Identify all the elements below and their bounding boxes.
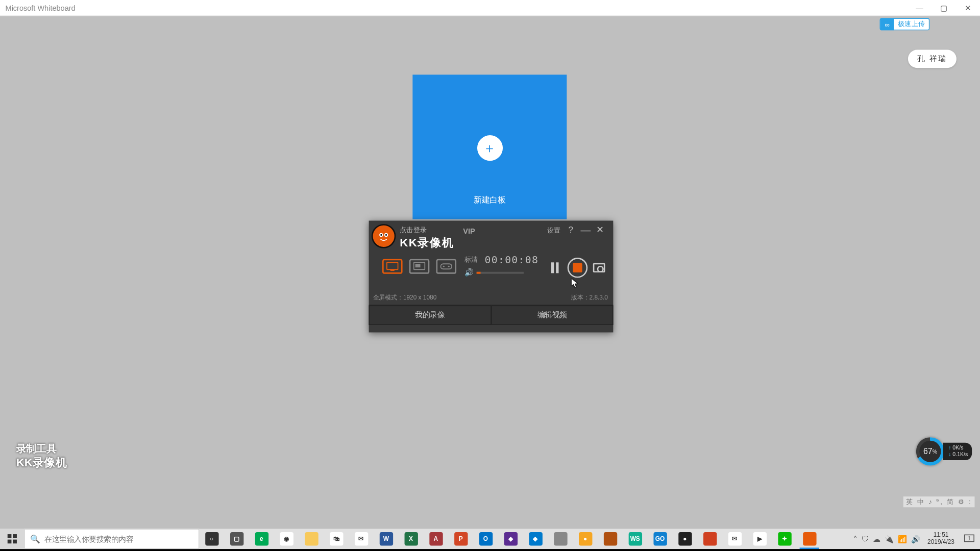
taskbar-app-word[interactable]: W xyxy=(374,529,399,549)
taskbar-app-chrome[interactable]: ◉ xyxy=(274,529,299,549)
tray-clock[interactable]: 11:51 2019/4/23 xyxy=(925,532,957,545)
kk-close-button[interactable]: ✕ xyxy=(594,223,606,236)
whiteboard-title: Microsoft Whiteboard xyxy=(0,4,76,12)
taskbar-app-rec[interactable]: ● xyxy=(672,529,697,549)
kk-vip-badge[interactable]: VIP xyxy=(463,227,475,235)
quality-label[interactable]: 标清 xyxy=(464,255,478,264)
minimize-button[interactable]: — xyxy=(908,0,932,16)
volume-control[interactable]: 🔊 xyxy=(464,268,524,277)
app2-icon xyxy=(603,532,617,545)
mode-region-button[interactable] xyxy=(409,259,430,274)
tab-my-recordings[interactable]: 我的录像 xyxy=(369,306,491,325)
kk-recorder-window: 点击登录 KK录像机 VIP 设置 ? — ✕ 标清 00:00:08 🔊 xyxy=(369,221,614,333)
kk-app-name: KK录像机 xyxy=(400,235,454,250)
mode-game-button[interactable] xyxy=(436,259,457,274)
taskbar-app-explorer[interactable] xyxy=(299,529,324,549)
vscode-icon: ◆ xyxy=(529,532,542,545)
taskbar-app-visualstudio[interactable]: ◆ xyxy=(498,529,523,549)
ime-bar[interactable]: 英 中 ♪ ⁹, 简 ⚙ : xyxy=(903,496,974,507)
excel-icon: X xyxy=(404,532,418,545)
taskbar-app-outlook[interactable]: O xyxy=(473,529,498,549)
kk-help-button[interactable]: ? xyxy=(565,223,577,236)
volume-bar[interactable] xyxy=(477,272,524,274)
user-pill[interactable]: 孔 祥瑞 xyxy=(908,50,957,68)
taskbar-app-app5[interactable]: ▶ xyxy=(747,529,772,549)
tray-shield-icon[interactable]: 🛡 xyxy=(862,535,869,543)
cloud-upload-label: 极速上传 xyxy=(894,19,929,29)
svg-rect-13 xyxy=(8,540,12,544)
taskbar-app-goland[interactable]: GO xyxy=(648,529,673,549)
powerpoint-icon: P xyxy=(454,532,467,545)
cortana-icon: ○ xyxy=(205,532,218,545)
whiteboard-titlebar: Microsoft Whiteboard — ▢ ✕ xyxy=(0,0,980,16)
taskbar-app-app3[interactable] xyxy=(697,529,722,549)
svg-point-9 xyxy=(443,266,445,267)
tray-chevron-icon[interactable]: ˄ xyxy=(853,535,857,543)
taskbar-app-excel[interactable]: X xyxy=(399,529,424,549)
screenshot-button[interactable] xyxy=(593,263,605,272)
taskbar-app-vscode[interactable]: ◆ xyxy=(523,529,548,549)
coin-icon: ● xyxy=(578,532,592,545)
outlook-icon: O xyxy=(479,532,492,545)
stop-record-button[interactable] xyxy=(568,258,588,278)
tray-power-icon[interactable]: 🔌 xyxy=(885,535,894,543)
rec-icon: ● xyxy=(678,532,692,545)
svg-rect-12 xyxy=(13,534,17,538)
tray-volume-icon[interactable]: 🔊 xyxy=(911,535,920,543)
svg-rect-4 xyxy=(387,262,398,269)
taskbar-app-app1[interactable] xyxy=(548,529,573,549)
tray-network-icon[interactable]: 📶 xyxy=(898,535,907,543)
timer-display: 00:00:08 xyxy=(484,254,538,266)
kk-settings-link[interactable]: 设置 xyxy=(547,226,560,235)
close-button[interactable]: ✕ xyxy=(956,0,980,16)
taskbar-app-cortana[interactable]: ○ xyxy=(199,529,224,549)
new-whiteboard-tile[interactable]: ＋ 新建白板 xyxy=(412,74,567,219)
taskbar-app-access[interactable]: A xyxy=(423,529,448,549)
perf-gauge[interactable]: 67% 0K/s 0.1K/s xyxy=(916,437,972,465)
version-value: 2.8.3.0 xyxy=(589,294,607,300)
explorer-icon xyxy=(305,532,318,545)
speaker-icon: 🔊 xyxy=(464,268,474,277)
tray-notifications[interactable]: 1 xyxy=(961,534,977,544)
pause-button[interactable] xyxy=(551,262,562,273)
cloud-upload-button[interactable]: ∞ 极速上传 xyxy=(880,18,930,31)
svg-text:1: 1 xyxy=(968,535,971,541)
taskbar-app-kk[interactable] xyxy=(797,529,822,549)
kk-login-link[interactable]: 点击登录 xyxy=(400,226,427,235)
taskbar-app-coin[interactable]: ● xyxy=(573,529,598,549)
plus-icon: ＋ xyxy=(477,135,502,161)
taskbar-app-taskview[interactable]: ▢ xyxy=(224,529,249,549)
svg-rect-7 xyxy=(415,264,421,267)
taskbar-app-wechat[interactable]: ✦ xyxy=(772,529,797,549)
tab-edit-video[interactable]: 编辑视频 xyxy=(491,306,613,325)
chrome-icon: ◉ xyxy=(280,532,293,545)
taskbar-app-app2[interactable] xyxy=(598,529,623,549)
svg-point-2 xyxy=(380,234,382,236)
kk-minimize-button[interactable]: — xyxy=(579,223,592,236)
tray-cloud-icon[interactable]: ☁ xyxy=(873,535,880,543)
app3-icon xyxy=(703,532,716,545)
webstorm-icon: WS xyxy=(628,532,642,545)
taskbar-app-app4[interactable]: ✉ xyxy=(722,529,747,549)
net-down: 0.1K/s xyxy=(948,452,968,458)
app1-icon xyxy=(554,532,567,545)
search-input[interactable] xyxy=(44,535,193,543)
svg-rect-5 xyxy=(390,270,395,271)
taskbar-app-mail[interactable]: ✉ xyxy=(349,529,374,549)
start-button[interactable] xyxy=(0,529,24,549)
net-up: 0K/s xyxy=(948,445,968,452)
gauge-pct-suffix: % xyxy=(933,448,937,455)
maximize-button[interactable]: ▢ xyxy=(932,0,955,16)
taskbar-app-powerpoint[interactable]: P xyxy=(448,529,473,549)
mode-value: 980 x 551 xyxy=(403,294,436,300)
access-icon: A xyxy=(429,532,443,545)
watermark-line1: 录制工具 xyxy=(16,443,67,456)
app5-icon: ▶ xyxy=(753,532,766,545)
taskbar-app-store[interactable]: 🛍 xyxy=(324,529,349,549)
taskbar-app-edge[interactable]: e xyxy=(249,529,274,549)
mode-fullscreen-button[interactable] xyxy=(382,259,403,274)
taskbar-app-webstorm[interactable]: WS xyxy=(623,529,648,549)
taskbar-search[interactable]: 🔍 xyxy=(24,529,199,549)
cloud-icon: ∞ xyxy=(880,18,894,31)
watermark: 录制工具 KK录像机 xyxy=(16,443,67,470)
